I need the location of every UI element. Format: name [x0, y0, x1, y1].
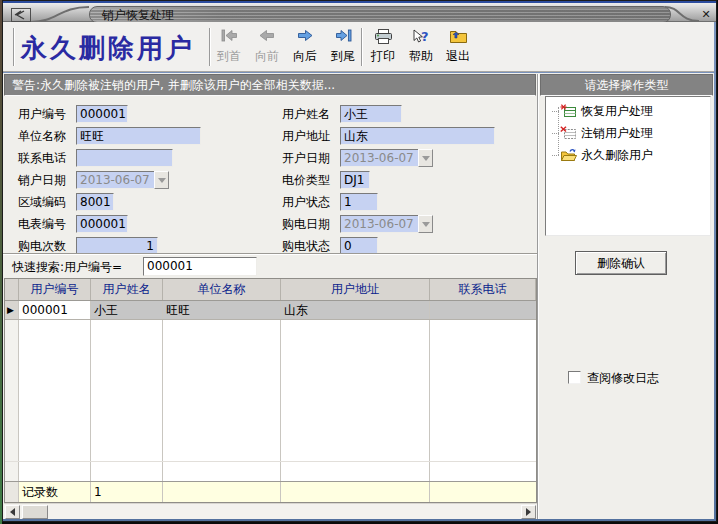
list-item-delete-user[interactable]: 永久删除用户: [546, 145, 710, 165]
user-name-label: 用户姓名: [282, 105, 340, 123]
toolbar-separator: [361, 28, 363, 66]
table-empty-row: [5, 461, 536, 481]
empty-cell: [91, 462, 163, 481]
go-forward-icon: [287, 29, 323, 46]
open-date-label: 开户日期: [282, 149, 340, 167]
scroll-right-icon[interactable]: [521, 505, 536, 519]
meter-no-label: 电表编号: [18, 215, 76, 233]
column-header[interactable]: 单位名称: [163, 279, 281, 300]
nav-last-label: 到尾: [325, 49, 361, 64]
empty-cell: [91, 320, 163, 461]
column-header[interactable]: 用户姓名: [91, 279, 163, 300]
open-date-combo[interactable]: 2013-06-07: [340, 149, 433, 167]
empty-cell: [430, 462, 536, 481]
cancel-user-icon: [560, 126, 577, 140]
close-date-value: 2013-06-07: [76, 171, 154, 189]
help-button[interactable]: ? 帮助: [403, 28, 439, 68]
open-date-value: 2013-06-07: [340, 149, 418, 167]
exit-button[interactable]: 退出: [440, 28, 476, 68]
form-row: 用户状态 1: [282, 193, 378, 211]
form-row: 销户日期 2013-06-07: [18, 171, 169, 189]
form-row: 购电日期 2013-06-07: [282, 215, 433, 233]
form-row: 用户姓名 小王: [282, 105, 402, 123]
region-code-field[interactable]: 8001: [76, 193, 114, 211]
tree-stub: [552, 155, 559, 156]
table-cell[interactable]: [430, 301, 536, 319]
quick-search-input[interactable]: 000001: [143, 257, 257, 276]
form-row: 电表编号 000001: [18, 215, 128, 233]
user-status-field[interactable]: 1: [340, 193, 378, 211]
user-id-field[interactable]: 000001: [76, 105, 128, 123]
phone-field[interactable]: [76, 149, 173, 167]
operation-type-header: 请选择操作类型: [540, 74, 713, 96]
user-name-field[interactable]: 小王: [340, 105, 402, 123]
table-footer-row: 记录数 1: [5, 481, 536, 502]
purchase-date-combo[interactable]: 2013-06-07: [340, 215, 433, 233]
list-item-restore-user[interactable]: 恢复用户处理: [546, 101, 710, 121]
column-header[interactable]: 联系电话: [430, 279, 536, 300]
app-icon: [11, 8, 31, 22]
list-item-cancel-user[interactable]: 注销用户处理: [546, 123, 710, 143]
purchase-date-value: 2013-06-07: [340, 215, 418, 233]
list-item-label: 永久删除用户: [581, 147, 653, 164]
empty-cell: [5, 320, 19, 461]
toolbar: 永久删除用户 到首 向前 向后 到尾: [3, 22, 714, 72]
scrollbar-thumb[interactable]: [22, 505, 48, 519]
help-icon: ?: [403, 29, 439, 46]
form-row: 开户日期 2013-06-07: [282, 149, 433, 167]
view-log-checkbox[interactable]: [568, 371, 581, 384]
table-cell[interactable]: 小王: [91, 301, 163, 319]
address-field[interactable]: 山东: [340, 127, 495, 145]
horizontal-scrollbar[interactable]: [4, 503, 537, 519]
dropdown-arrow-icon[interactable]: [418, 215, 433, 233]
price-type-field[interactable]: DJ1: [340, 171, 370, 189]
row-selector-header: [5, 279, 19, 300]
view-log-label[interactable]: 查阅修改日志: [587, 370, 659, 387]
form-row: 区域编码 8001: [18, 193, 114, 211]
nav-prev-label: 向前: [249, 49, 285, 64]
table-cell[interactable]: 旺旺: [163, 301, 281, 319]
goto-first-icon: [211, 29, 247, 46]
print-label: 打印: [365, 49, 401, 64]
user-table: 用户编号 用户姓名 单位名称 用户地址 联系电话 ▶ 000001 小王 旺旺 …: [4, 278, 537, 503]
record-count-label: 记录数: [19, 482, 91, 502]
column-header[interactable]: 用户地址: [281, 279, 430, 300]
window-title: 销户恢复处理: [102, 8, 174, 23]
table-cell[interactable]: 000001: [19, 301, 91, 319]
table-row[interactable]: ▶ 000001 小王 旺旺 山东: [5, 301, 536, 320]
title-bar[interactable]: 销户恢复处理 ✕: [3, 1, 716, 22]
empty-cell: [163, 462, 281, 481]
footer-cell: [430, 482, 536, 502]
price-type-label: 电价类型: [282, 171, 340, 189]
close-date-combo[interactable]: 2013-06-07: [76, 171, 169, 189]
panel-divider: [537, 74, 539, 519]
table-cell[interactable]: 山东: [281, 301, 430, 319]
form-row: 联系电话: [18, 149, 173, 167]
meter-no-field[interactable]: 000001: [76, 215, 128, 233]
app-window: 销户恢复处理 ✕ 永久删除用户 到首 向前 向后: [0, 0, 718, 524]
user-status-label: 用户状态: [282, 193, 340, 211]
tree-stub: [552, 133, 559, 134]
nav-prev-button[interactable]: 向前: [249, 28, 285, 68]
exit-label: 退出: [440, 49, 476, 64]
print-button[interactable]: 打印: [365, 28, 401, 68]
table-empty-area: [5, 320, 536, 461]
empty-cell: [5, 462, 19, 481]
nav-last-button[interactable]: 到尾: [325, 28, 361, 68]
nav-first-button[interactable]: 到首: [211, 28, 247, 68]
goto-last-icon: [325, 29, 361, 46]
operation-type-list: 恢复用户处理 注销用户处理 永久删除用户: [545, 96, 711, 236]
scroll-left-icon[interactable]: [5, 505, 20, 519]
footer-selector-cell: [5, 482, 19, 502]
region-code-label: 区域编码: [18, 193, 76, 211]
nav-first-label: 到首: [211, 49, 247, 64]
empty-cell: [430, 320, 536, 461]
close-icon[interactable]: ✕: [697, 7, 715, 22]
nav-next-button[interactable]: 向后: [287, 28, 323, 68]
unit-name-field[interactable]: 旺旺: [76, 127, 201, 145]
column-header[interactable]: 用户编号: [19, 279, 91, 300]
dropdown-arrow-icon[interactable]: [418, 149, 433, 167]
delete-confirm-button[interactable]: 删除确认: [575, 251, 667, 275]
record-count-value: 1: [91, 482, 163, 502]
dropdown-arrow-icon[interactable]: [154, 171, 169, 189]
